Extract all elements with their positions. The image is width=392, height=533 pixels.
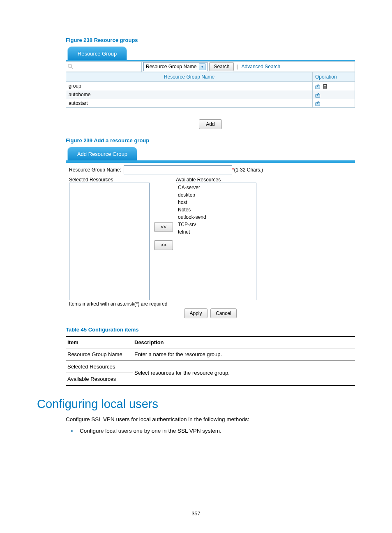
figure-239-caption: Figure 239 Add a resource group: [66, 137, 355, 144]
cell-name: autohome: [66, 90, 313, 99]
list-item[interactable]: CA-server: [178, 184, 254, 191]
chevron-down-icon: ▾: [199, 63, 206, 70]
list-item[interactable]: telnet: [178, 228, 254, 236]
cell-name: group: [66, 82, 313, 90]
cell-operation: [313, 90, 355, 99]
name-label: Resource Group Name:: [69, 167, 121, 173]
list-item[interactable]: desktop: [178, 191, 254, 199]
trash-icon[interactable]: [322, 83, 328, 89]
configure-icon[interactable]: [315, 92, 321, 98]
svg-point-0: [68, 64, 72, 67]
cell-desc: Select resources for the resource group.: [133, 361, 355, 386]
search-bar: Resource Group Name ▾ Search | Advanced …: [66, 61, 355, 72]
available-listbox[interactable]: CA-serverdesktophostNotesoutlook-sendTCP…: [176, 183, 256, 300]
intro-text: Configure SSL VPN users for local authen…: [66, 416, 355, 424]
configuration-items-table: Item Description Resource Group Name Ent…: [66, 336, 355, 386]
th-description: Description: [133, 336, 355, 348]
list-item[interactable]: host: [178, 199, 254, 206]
tab-underline: [66, 60, 355, 61]
move-right-button[interactable]: >>: [154, 240, 173, 250]
resource-group-name-input[interactable]: [124, 165, 232, 174]
tab-bar-2: Add Resource Group: [66, 147, 355, 162]
cell-name: autostart: [66, 99, 313, 108]
figure-238-caption: Figure 238 Resource groups: [66, 37, 355, 43]
move-left-button[interactable]: <<: [154, 222, 173, 232]
selected-listbox[interactable]: [69, 183, 150, 300]
chars-hint: (1-32 Chars.): [234, 167, 263, 173]
svg-line-1: [71, 67, 73, 69]
cell-item: Selected Resources: [66, 361, 133, 373]
search-input-wrap: [66, 62, 142, 72]
col-name-header: Resource Group Name: [66, 72, 313, 82]
table-row: Resource Group Name Enter a name for the…: [66, 348, 355, 361]
available-label: Available Resources: [176, 177, 256, 183]
tab-bar: Resource Group: [66, 46, 355, 61]
cell-item: Resource Group Name: [66, 348, 133, 361]
svg-rect-8: [323, 84, 327, 85]
cell-operation: [313, 99, 355, 108]
required-note: Items marked with an asterisk(*) are req…: [69, 301, 352, 307]
table-row: autohome: [66, 90, 355, 99]
table-row: group: [66, 82, 355, 90]
advanced-search-link[interactable]: Advanced Search: [242, 64, 281, 70]
search-icon: [67, 63, 73, 70]
tab-underline-2: [66, 160, 355, 162]
search-input[interactable]: [73, 62, 137, 72]
cell-operation: [313, 82, 355, 90]
cell-desc: Enter a name for the resource group.: [133, 348, 355, 361]
table-45-caption: Table 45 Configuration items: [66, 327, 355, 333]
dual-list: Selected Resources << >> Available Resou…: [69, 177, 352, 300]
table-row: Selected Resources Select resources for …: [66, 361, 355, 373]
table-row: autostart: [66, 99, 355, 108]
separator: |: [236, 64, 238, 70]
list-item[interactable]: TCP-srv: [178, 221, 254, 228]
configure-icon[interactable]: [315, 83, 321, 89]
tab-add-resource-group[interactable]: Add Resource Group: [67, 147, 137, 162]
col-operation-header: Operation: [313, 72, 355, 82]
figure-239: Add Resource Group Resource Group Name: …: [66, 147, 355, 318]
cancel-button[interactable]: Cancel: [210, 308, 236, 318]
bullet-item: Configure local users one by one in the …: [77, 428, 355, 434]
configure-icon[interactable]: [315, 100, 321, 106]
search-field-dropdown[interactable]: Resource Group Name ▾: [143, 62, 208, 71]
list-item[interactable]: outlook-send: [178, 213, 254, 221]
page-number: 357: [0, 510, 392, 517]
bullet-list: Configure local users one by one in the …: [66, 428, 355, 434]
resource-group-table: Resource Group Name Operation groupautoh…: [66, 72, 355, 108]
dropdown-label: Resource Group Name: [146, 64, 196, 70]
list-item[interactable]: Notes: [178, 206, 254, 213]
search-button[interactable]: Search: [209, 62, 234, 71]
figure-238: Resource Group Resource Group Name ▾ Sea…: [66, 46, 355, 129]
section-heading: Configuring local users: [37, 397, 355, 411]
cell-item: Available Resources: [66, 373, 133, 386]
apply-button[interactable]: Apply: [184, 308, 207, 318]
tab-resource-group[interactable]: Resource Group: [67, 46, 127, 61]
th-item: Item: [66, 336, 133, 348]
selected-label: Selected Resources: [69, 177, 151, 183]
add-button[interactable]: Add: [199, 119, 221, 129]
